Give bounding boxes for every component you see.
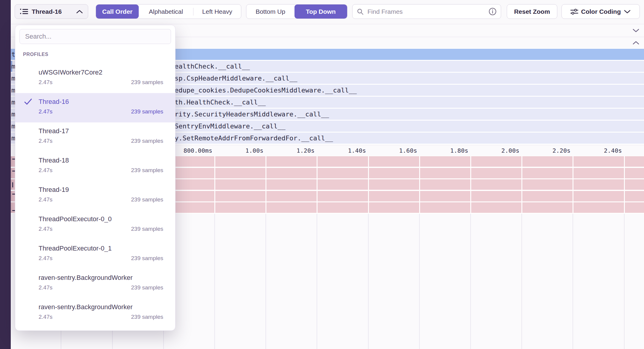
profile-item-samples: 239 samples [131, 196, 163, 203]
flame-frame-label: edupe_cookies.DedupeCookiesMiddleware.__… [175, 85, 357, 96]
dropdown-search-input[interactable] [25, 32, 166, 41]
profile-item-meta: 2.47s239 samples [39, 226, 163, 232]
gridline [419, 156, 420, 213]
profile-item[interactable]: ThreadPoolExecutor-0_02.47s239 samples [15, 210, 175, 240]
gridline [368, 156, 369, 213]
profile-item-duration: 2.47s [39, 284, 52, 291]
gridline [470, 214, 471, 349]
axis-tick-label: 1.20s [270, 145, 315, 156]
profiler-screen: t mealthCheck.__call__msp.CspHeaderMiddl… [0, 0, 644, 349]
profile-item-name: ThreadPoolExecutor-0_0 [39, 215, 163, 223]
pink-row-text-fragment [12, 171, 15, 172]
profile-item-samples: 239 samples [131, 314, 163, 320]
gridline [573, 156, 573, 213]
profile-item-samples: 239 samples [131, 108, 163, 115]
gridline [419, 214, 420, 349]
profile-item[interactable]: Thread-182.47s239 samples [15, 152, 175, 181]
sidebar-edge-strip [0, 0, 11, 349]
direction-option-bottom-up[interactable]: Bottom Up [246, 4, 294, 19]
profile-item[interactable]: Thread-162.47s239 samples [15, 93, 175, 122]
flame-frame-label: y.SetRemoteAddrFromForwardedFor.__call__ [175, 133, 333, 144]
flame-frame-label: SentryEnvMiddleware.__call__ [175, 121, 286, 132]
sort-option-left-heavy[interactable]: Left Heavy [193, 4, 241, 19]
profile-item-duration: 2.47s [39, 79, 52, 86]
profile-item-name: ThreadPoolExecutor-0_1 [39, 245, 163, 252]
profile-item-meta: 2.47s239 samples [39, 284, 163, 291]
thread-selector-label: Thread-16 [32, 8, 62, 15]
checkmark-icon [24, 98, 33, 106]
flame-frame-label: ealthCheck.__call__ [175, 61, 250, 72]
chevron-down-icon[interactable] [632, 28, 640, 33]
gridline [521, 214, 522, 349]
axis-tick-label: 2.40s [577, 145, 622, 156]
profile-item[interactable]: Thread-192.47s239 samples [15, 181, 175, 210]
profile-item-meta: 2.47s239 samples [39, 79, 163, 86]
profile-item-name: Thread-18 [39, 157, 163, 164]
profile-item-meta: 2.47s239 samples [39, 167, 163, 174]
sort-segmented-control: Call Order Alphabetical Left Heavy [96, 4, 241, 19]
info-icon[interactable] [489, 7, 497, 16]
profile-item[interactable]: Thread-172.47s239 samples [15, 122, 175, 152]
axis-tick-label: 1.80s [423, 145, 468, 156]
direction-segmented-control: Bottom Up Top Down [246, 4, 347, 19]
thread-dropdown-panel: PROFILES uWSGIWorker7Core22.47s239 sampl… [15, 25, 176, 331]
toolbar: Thread-16 Call Order Alphabetical Left H… [11, 0, 644, 24]
profile-item-name: raven-sentry.BackgroundWorker [39, 274, 163, 282]
profile-item-samples: 239 samples [131, 138, 163, 144]
dropdown-search-box [19, 29, 171, 44]
profiles-section-label: PROFILES [23, 52, 175, 57]
profile-item-meta: 2.47s239 samples [39, 108, 163, 115]
find-frames-box [352, 4, 501, 19]
flame-frame-label: th.HealthCheck.__call__ [175, 97, 266, 108]
profile-item-samples: 239 samples [131, 284, 163, 291]
gridline [470, 156, 471, 213]
profile-item-duration: 2.47s [39, 255, 52, 262]
profile-item-name: raven-sentry.BackgroundWorker [39, 303, 163, 311]
direction-option-top-down[interactable]: Top Down [294, 4, 347, 19]
profile-list: uWSGIWorker7Core22.47s239 samplesThread-… [15, 64, 175, 328]
profile-item[interactable]: raven-sentry.BackgroundWorker2.47s239 sa… [15, 298, 175, 328]
pink-row-text-fragment [12, 210, 15, 211]
profile-item[interactable]: ThreadPoolExecutor-0_12.47s239 samples [15, 240, 175, 269]
gridline [521, 156, 522, 213]
profile-item[interactable]: raven-sentry.BackgroundWorker2.47s239 sa… [15, 269, 175, 298]
gridline [214, 156, 215, 213]
profile-item-duration: 2.47s [39, 167, 52, 174]
flame-frame-label: sp.CspHeaderMiddleware.__call__ [175, 73, 297, 84]
gridline [624, 214, 625, 349]
thread-list-icon [20, 8, 28, 15]
profile-item-meta: 2.47s239 samples [39, 255, 163, 262]
gridline [214, 214, 215, 349]
chevron-up-icon[interactable] [632, 40, 640, 45]
flame-frame-label: rity.SecurityHeadersMiddleware.__call__ [175, 109, 329, 120]
profile-item-samples: 239 samples [131, 226, 163, 232]
profile-item-meta: 2.47s239 samples [39, 196, 163, 203]
chevron-up-icon [76, 10, 83, 14]
profile-item-name: Thread-19 [39, 186, 163, 194]
find-frames-input[interactable] [367, 8, 489, 16]
pink-row-text-fragment [12, 182, 13, 187]
axis-tick-label: 1.60s [372, 145, 417, 156]
profile-item-duration: 2.47s [39, 226, 52, 232]
reset-zoom-button[interactable]: Reset Zoom [507, 4, 557, 19]
axis-tick-label: 2.00s [474, 145, 519, 156]
sliders-icon [570, 8, 578, 15]
profile-item-samples: 239 samples [131, 167, 163, 174]
sort-option-call-order[interactable]: Call Order [96, 4, 139, 19]
profile-item-duration: 2.47s [39, 138, 52, 144]
sort-option-alphabetical[interactable]: Alphabetical [139, 4, 193, 19]
profile-item-samples: 239 samples [131, 79, 163, 86]
axis-tick-label: 1.00s [219, 145, 263, 156]
chevron-down-icon [624, 10, 631, 14]
color-coding-label: Color Coding [581, 8, 621, 15]
color-coding-button[interactable]: Color Coding [561, 4, 640, 19]
profile-item[interactable]: uWSGIWorker7Core22.47s239 samples [15, 64, 175, 93]
gridline [265, 156, 266, 213]
gridline [368, 214, 369, 349]
gridline [317, 156, 318, 213]
thread-selector-button[interactable]: Thread-16 [15, 4, 88, 19]
profile-item-duration: 2.47s [39, 314, 52, 320]
gridline [573, 214, 573, 349]
search-icon [357, 8, 364, 15]
profile-item-name: Thread-17 [39, 127, 163, 135]
